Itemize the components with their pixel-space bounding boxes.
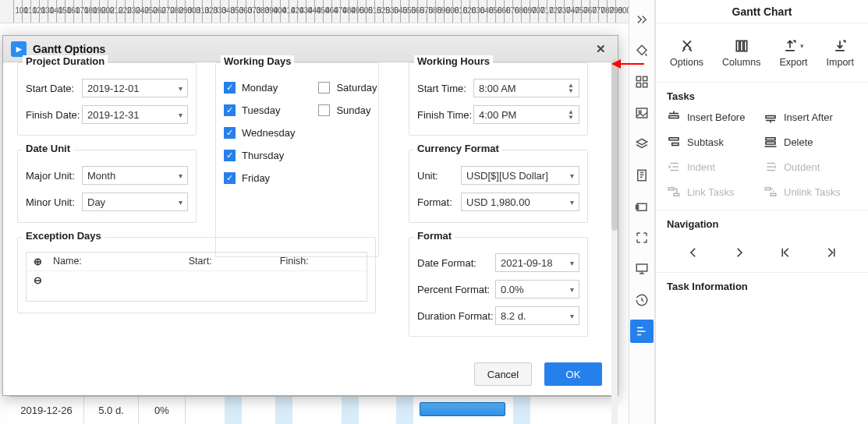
layers-icon[interactable] (630, 132, 654, 156)
monday-checkbox[interactable] (224, 82, 236, 94)
canvas-area: 1001101201301401501601701801902002102202… (0, 0, 629, 424)
project-duration-group: Project Duration Start Date: 2019-12-01▾… (17, 62, 197, 136)
link-tasks-button: Link Tasks (667, 185, 760, 199)
minor-unit-select[interactable]: Day▾ (82, 193, 188, 211)
sunday-checkbox[interactable] (318, 104, 330, 116)
duration-format-select[interactable]: 8.2 d.▾ (495, 306, 579, 325)
page-icon[interactable] (630, 164, 654, 187)
delete-button[interactable]: Delete (763, 135, 857, 149)
svg-rect-3 (643, 76, 647, 80)
date-unit-group: Date Unit Major Unit: Month▾ Minor Unit:… (17, 150, 197, 223)
export-button[interactable]: ▾ Export (779, 38, 807, 68)
nav-last-icon[interactable] (820, 244, 842, 261)
component-icon[interactable] (630, 195, 654, 218)
ruler: 1001101201301401501601701801902002102202… (0, 0, 629, 23)
options-button[interactable]: Options (670, 38, 703, 68)
svg-rect-2 (636, 76, 640, 80)
nav-next-icon[interactable] (728, 244, 750, 261)
major-unit-select[interactable]: Month▾ (82, 166, 188, 185)
tasks-section-header: Tasks (656, 83, 868, 107)
subtask-button[interactable]: Subtask (667, 135, 760, 149)
task-information-header: Task Information (656, 273, 868, 297)
svg-rect-24 (765, 188, 771, 190)
nav-prev-icon[interactable] (682, 244, 704, 261)
svg-rect-25 (771, 193, 776, 196)
svg-rect-19 (672, 143, 678, 146)
gantt-bar[interactable] (420, 402, 505, 416)
svg-point-7 (639, 111, 641, 113)
tuesday-checkbox[interactable] (224, 104, 236, 116)
saturday-checkbox[interactable] (318, 82, 330, 94)
working-days-group: Working Days Monday Tuesday Wednesday Th… (215, 62, 379, 257)
currency-format-select[interactable]: USD 1,980.00▾ (461, 193, 579, 211)
cancel-button[interactable]: Cancel (474, 362, 532, 386)
currency-format-group: Currency Format Unit: USD[$][US Dollar]▾… (409, 150, 588, 223)
wednesday-checkbox[interactable] (224, 127, 236, 139)
navigation-section-header: Navigation (656, 210, 868, 235)
ok-button[interactable]: OK (544, 362, 602, 386)
svg-rect-14 (740, 41, 742, 51)
svg-rect-13 (736, 41, 739, 51)
svg-rect-11 (636, 208, 639, 210)
svg-rect-15 (744, 41, 746, 51)
vertical-toolbar (629, 0, 655, 424)
finish-date-field[interactable]: 2019-12-31▾ (82, 105, 188, 124)
svg-rect-20 (766, 138, 775, 140)
format-group: Format Date Format: 2021-09-18▾ Percent … (409, 237, 588, 337)
grid-icon[interactable] (630, 70, 654, 94)
nav-first-icon[interactable] (774, 244, 796, 261)
close-icon[interactable]: ✕ (591, 40, 610, 58)
gantt-row-duration: 5.0 d. (84, 397, 139, 424)
expand-icon[interactable] (630, 226, 654, 249)
outdent-button: Outdent (763, 160, 857, 174)
start-time-field[interactable]: 8:00 AM ▲▼ (473, 79, 579, 97)
remove-exception-button[interactable]: ⊖ (27, 271, 48, 289)
dialog-footer: Cancel OK (3, 353, 618, 395)
thursday-checkbox[interactable] (224, 150, 236, 161)
indent-button: Indent (667, 160, 760, 174)
image-icon[interactable] (630, 101, 654, 125)
app-logo-icon: ▸ (11, 41, 27, 57)
percent-format-select[interactable]: 0.0%▾ (495, 280, 579, 299)
finish-time-field[interactable]: 4:00 PM ▲▼ (473, 105, 579, 124)
svg-rect-5 (643, 83, 647, 87)
dialog-title: Gantt Options (33, 43, 105, 55)
chevron-down-icon: ▾ (800, 42, 804, 50)
insert-after-button[interactable]: Insert After (763, 110, 857, 124)
gantt-row-progress: 0% (139, 397, 186, 424)
currency-unit-select[interactable]: USD[$][US Dollar]▾ (461, 166, 579, 185)
gantt-row: 2019-12-26 5.0 d. 0% (9, 396, 618, 424)
svg-rect-23 (674, 193, 679, 196)
svg-rect-18 (669, 138, 678, 140)
svg-rect-4 (636, 83, 640, 87)
collapse-icon[interactable] (630, 8, 654, 31)
gantt-panel-icon[interactable] (630, 320, 654, 343)
import-button[interactable]: Import (827, 38, 854, 68)
presentation-icon[interactable] (630, 257, 654, 281)
friday-checkbox[interactable] (224, 172, 236, 184)
svg-rect-10 (636, 206, 639, 207)
gantt-options-dialog: ▸ Gantt Options ✕ Project Duration Start… (2, 35, 618, 396)
date-format-select[interactable]: 2021-09-18▾ (495, 253, 579, 272)
svg-rect-12 (636, 264, 647, 271)
add-exception-button[interactable]: ⊕ (27, 253, 48, 270)
start-date-field[interactable]: 2019-12-01▾ (82, 79, 188, 97)
history-icon[interactable] (630, 288, 654, 312)
svg-rect-22 (668, 188, 674, 190)
fill-icon[interactable] (630, 39, 654, 62)
insert-before-button[interactable]: Insert Before (667, 110, 760, 124)
columns-button[interactable]: Columns (722, 38, 760, 68)
panel-toolbar: Options Columns ▾ Export Import (656, 23, 868, 83)
working-hours-group: Working Hours Start Time: 8:00 AM ▲▼ Fin… (409, 62, 588, 136)
svg-rect-16 (669, 116, 678, 118)
gantt-bar-area (186, 397, 618, 424)
svg-rect-21 (766, 142, 775, 144)
panel-title: Gantt Chart (656, 0, 868, 23)
unlink-tasks-button: Unlink Tasks (763, 185, 857, 199)
gantt-row-date: 2019-12-26 (9, 397, 84, 424)
svg-rect-17 (766, 116, 775, 118)
gantt-panel: Gantt Chart Options Columns ▾ Export Imp… (655, 0, 868, 424)
